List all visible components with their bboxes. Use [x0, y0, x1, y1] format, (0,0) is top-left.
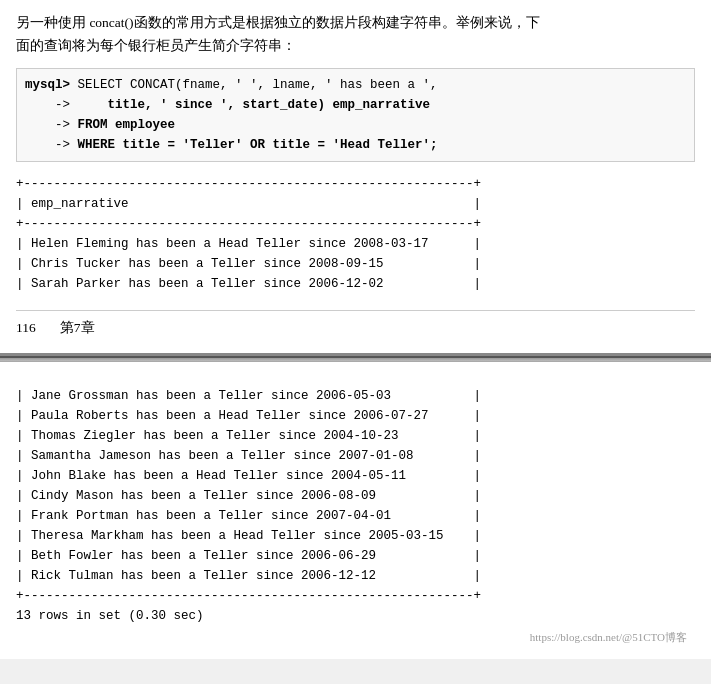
watermark-row: https://blog.csdn.net/@51CTO博客: [16, 630, 695, 649]
sql-line3: -> FROM employee: [25, 118, 175, 132]
watermark-text: https://blog.csdn.net/@51CTO博客: [530, 630, 695, 649]
sql-line1: SELECT CONCAT(fname, ' ', lname, ' has b…: [70, 78, 438, 92]
table-output-bottom: | Jane Grossman has been a Teller since …: [16, 386, 695, 626]
intro-paragraph: 另一种使用 concat()函数的常用方式是根据独立的数据片段构建字符串。举例来…: [16, 12, 695, 58]
intro-text-content: 另一种使用 concat()函数的常用方式是根据独立的数据片段构建字符串。举例来…: [16, 15, 540, 53]
sql-line4: -> WHERE title = 'Teller' OR title = 'He…: [25, 138, 438, 152]
sql-line2: -> title, ' since ', start_date) emp_nar…: [25, 98, 430, 112]
page-number: 116: [16, 320, 36, 336]
table-output-top: +---------------------------------------…: [16, 172, 695, 296]
top-section: 另一种使用 concat()函数的常用方式是根据独立的数据片段构建字符串。举例来…: [0, 0, 711, 356]
page-footer-top: 116 第7章: [16, 310, 695, 337]
sql-code-block: mysql> SELECT CONCAT(fname, ' ', lname, …: [16, 68, 695, 162]
chapter-label: 第7章: [60, 319, 95, 337]
bottom-section: | Jane Grossman has been a Teller since …: [0, 362, 711, 659]
sql-prompt: mysql>: [25, 78, 70, 92]
